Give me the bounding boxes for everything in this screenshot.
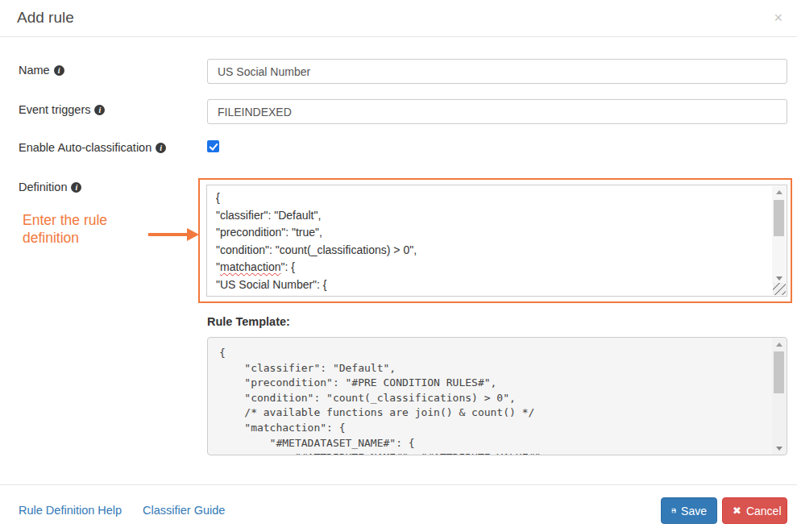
- annotation-note: Enter the rule definition: [23, 211, 107, 247]
- info-circle-icon: i: [94, 105, 105, 115]
- dialog-footer: Rule Definition Help Classifier Guide Sa…: [0, 484, 797, 532]
- arrow-right-icon: [148, 228, 199, 241]
- info-circle-icon: i: [71, 182, 81, 193]
- scroll-up-icon[interactable]: [772, 186, 786, 198]
- rule-template-box: { "classifier": "Default", "precondition…: [207, 337, 787, 455]
- save-button[interactable]: Save: [661, 497, 717, 524]
- classifier-guide-link[interactable]: Classifier Guide: [143, 504, 225, 517]
- definition-label: Definition i: [19, 181, 81, 193]
- x-icon: ✖: [733, 505, 741, 517]
- name-input[interactable]: [207, 59, 787, 84]
- cancel-button[interactable]: ✖ Cancel: [722, 497, 787, 524]
- rule-definition-help-link[interactable]: Rule Definition Help: [19, 504, 122, 517]
- auto-classification-label: Enable Auto-classification i: [19, 141, 166, 154]
- definition-scrollbar[interactable]: [772, 186, 786, 285]
- resize-grip-icon[interactable]: [773, 283, 786, 295]
- rule-template-code: { "classifier": "Default", "precondition…: [219, 346, 769, 455]
- add-rule-dialog: Add rule × Name i Event triggers i Enabl…: [0, 0, 797, 532]
- floppy-icon: [671, 505, 676, 516]
- scrollbar-thumb[interactable]: [774, 200, 784, 236]
- template-scrollbar[interactable]: [772, 339, 786, 455]
- info-circle-icon: i: [156, 143, 166, 153]
- auto-classification-checkbox[interactable]: [207, 140, 219, 152]
- scroll-up-icon[interactable]: [772, 339, 786, 351]
- info-circle-icon: i: [54, 65, 64, 76]
- rule-template-label: Rule Template:: [207, 315, 290, 328]
- dialog-title: Add rule: [17, 9, 74, 27]
- definition-code: {"classifier": "Default","precondition":…: [216, 189, 770, 297]
- name-label: Name i: [19, 64, 64, 77]
- close-icon[interactable]: ×: [770, 10, 786, 26]
- event-triggers-input[interactable]: [207, 99, 787, 124]
- dialog-header: Add rule ×: [0, 0, 797, 37]
- event-triggers-label: Event triggers i: [19, 103, 105, 116]
- scrollbar-thumb[interactable]: [774, 351, 784, 393]
- scroll-down-icon[interactable]: [772, 443, 786, 455]
- definition-textarea[interactable]: {"classifier": "Default","precondition":…: [206, 185, 787, 297]
